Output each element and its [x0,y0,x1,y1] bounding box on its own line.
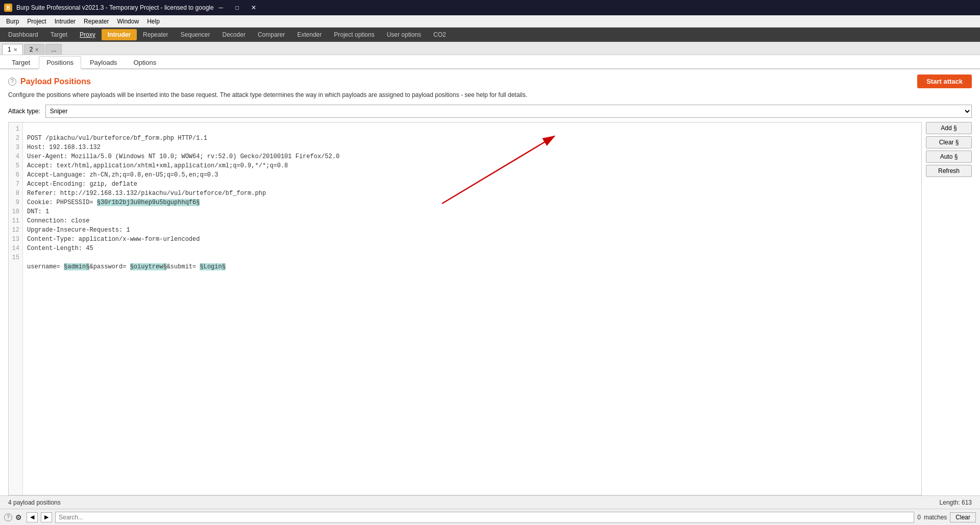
titlebar: B Burp Suite Professional v2021.3 - Temp… [0,0,980,15]
tab-2[interactable]: 2 ✕ [24,44,45,55]
matches-count: 0 [917,514,921,521]
nav-target[interactable]: Target [44,29,74,40]
menu-project[interactable]: Project [23,17,50,26]
payload-positions-count: 4 payload positions [8,499,61,506]
attack-type-label: Attack type: [8,108,40,115]
nav-dashboard[interactable]: Dashboard [2,29,44,40]
attack-type-select[interactable]: Sniper Battering ram Pitchfork Cluster b… [45,105,972,118]
help-icon[interactable]: ? [8,78,16,86]
title-text: Burp Suite Professional v2021.3 - Tempor… [16,4,214,11]
nav-comparer[interactable]: Comparer [252,29,291,40]
length-info: Length: 613 [940,499,972,506]
section-title: Payload Positions [20,77,91,86]
line-5: Accept-Language: zh-CN,zh;q=0.8,en-US;q=… [27,171,218,179]
menubar: Burp Project Intruder Repeater Window He… [0,15,980,28]
app-icon: B [4,4,12,12]
status-bar: ? ⚙ ◀ ▶ 0 matches Clear [0,509,980,525]
nav-user-options[interactable]: User options [381,29,427,40]
tab-1-label: 1 [8,46,11,53]
line-numbers: 1 2 3 4 5 6 7 8 9 10 11 12 13 14 15 [9,122,23,495]
tab-bar: 1 ✕ 2 ✕ ... [0,42,980,55]
attack-type-row: Attack type: Sniper Battering ram Pitchf… [0,103,980,122]
header-area: ? Payload Positions Start attack [0,69,980,91]
clear-button[interactable]: Clear § [926,136,972,148]
line-10: Connection: close [27,217,89,224]
nav-extender[interactable]: Extender [291,29,328,40]
add-button[interactable]: Add § [926,122,972,134]
tab-2-close[interactable]: ✕ [35,47,39,53]
tab-payloads[interactable]: Payloads [82,56,125,68]
nav-sequencer[interactable]: Sequencer [174,29,216,40]
tab-positions[interactable]: Positions [39,56,81,69]
editor-text[interactable]: POST /pikachu/vul/burteforce/bf_form.php… [23,122,921,495]
line-9: DNT: 1 [27,208,49,215]
main-content: ? Payload Positions Start attack Configu… [0,69,980,495]
matches-label: matches [924,514,947,521]
side-buttons: Add § Clear § Auto § Refresh [926,122,972,495]
nav-decoder[interactable]: Decoder [216,29,252,40]
line-4: Accept: text/html,application/xhtml+xml,… [27,162,288,169]
line-12: Content-Type: application/x-www-form-url… [27,236,200,243]
tab-target[interactable]: Target [4,56,38,68]
request-editor[interactable]: 1 2 3 4 5 6 7 8 9 10 11 12 13 14 15 POST… [8,122,922,495]
minimize-button[interactable]: ─ [214,3,228,13]
line-13: Content-Length: 45 [27,245,93,252]
menu-burp[interactable]: Burp [2,17,23,26]
nav-repeater[interactable]: Repeater [137,29,174,40]
tab-2-label: 2 [30,46,33,53]
description: Configure the positions where payloads w… [0,91,980,103]
line-11: Upgrade-Insecure-Requests: 1 [27,227,130,234]
nav-tabs: Target Positions Payloads Options [0,55,980,69]
maximize-button[interactable]: □ [230,3,244,13]
menu-help[interactable]: Help [143,17,164,26]
tab-1-close[interactable]: ✕ [13,47,17,53]
top-navigation: Dashboard Target Proxy Intruder Repeater… [0,28,980,42]
auto-button[interactable]: Auto § [926,151,972,163]
gear-icon[interactable]: ⚙ [15,513,23,521]
line-15: username= §admin§&password= §oiuytrew§&s… [27,263,226,270]
nav-project-options[interactable]: Project options [328,29,380,40]
status-help-icon[interactable]: ? [4,513,12,521]
nav-proxy[interactable]: Proxy [74,29,102,40]
search-input[interactable] [55,512,914,523]
tab-more[interactable]: ... [45,44,62,55]
tab-options[interactable]: Options [126,56,164,68]
line-6: Accept-Encoding: gzip, deflate [27,181,137,188]
line-3: User-Agent: Mozilla/5.0 (Windows NT 10.0… [27,153,339,160]
line-2: Host: 192.168.13.132 [27,144,101,151]
back-button[interactable]: ◀ [27,512,38,522]
editor-wrapper: 1 2 3 4 5 6 7 8 9 10 11 12 13 14 15 POST… [8,122,972,495]
search-clear-button[interactable]: Clear [950,512,976,522]
menu-repeater[interactable]: Repeater [80,17,113,26]
line-1: POST /pikachu/vul/burteforce/bf_form.php… [27,135,207,142]
forward-button[interactable]: ▶ [41,512,52,522]
line-7: Referer: http://192.168.13.132/pikachu/v… [27,190,266,197]
refresh-button[interactable]: Refresh [926,165,972,177]
menu-window[interactable]: Window [113,17,143,26]
nav-co2[interactable]: CO2 [427,29,452,40]
menu-intruder[interactable]: Intruder [51,17,80,26]
tab-1[interactable]: 1 ✕ [2,44,23,55]
line-8: Cookie: PHPSESSID= §30r1b2bj3u0hep9u5bgu… [27,199,200,206]
close-button[interactable]: ✕ [247,3,261,13]
bottom-info: 4 payload positions Length: 613 [0,495,980,509]
start-attack-button[interactable]: Start attack [917,74,972,88]
tab-more-label: ... [51,46,56,53]
nav-intruder[interactable]: Intruder [102,29,137,40]
